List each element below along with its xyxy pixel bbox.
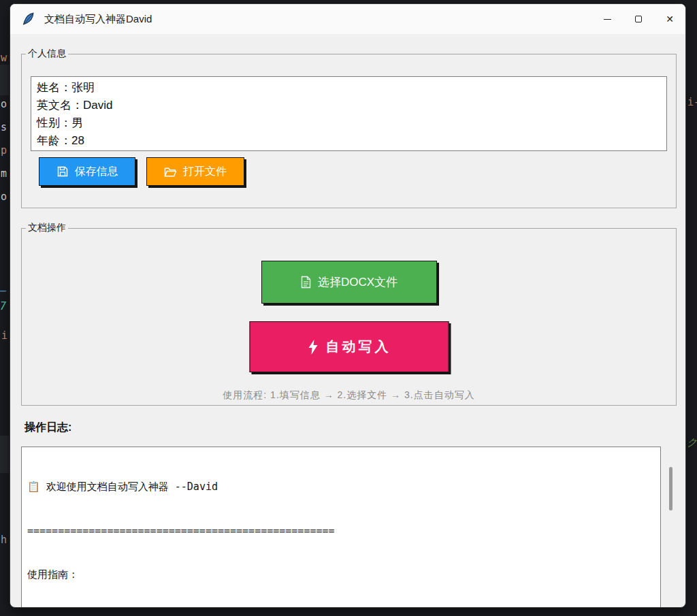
editor-code-fragment: i- xyxy=(687,97,697,108)
editor-code-fragment: o xyxy=(1,99,7,110)
info-line: 姓名：张明 xyxy=(37,79,661,97)
log-label: 操作日志: xyxy=(25,421,71,435)
open-file-label: 打开文件 xyxy=(183,165,227,179)
save-info-button[interactable]: 保存信息 xyxy=(39,157,135,186)
tk-feather-icon xyxy=(21,12,36,27)
save-info-label: 保存信息 xyxy=(75,165,118,179)
maximize-button[interactable] xyxy=(623,4,654,34)
floppy-disk-icon xyxy=(56,165,69,178)
log-line: 📋 欢迎使用文档自动写入神器 --David xyxy=(27,480,655,495)
folder-open-icon xyxy=(164,166,177,178)
auto-write-button[interactable]: 自动写入 xyxy=(249,321,449,372)
info-line: 英文名：David xyxy=(37,97,661,114)
editor-selection-block xyxy=(0,436,9,473)
personal-info-legend: 个人信息 xyxy=(26,48,68,60)
usage-hint: 使用流程: 1.填写信息 → 2.选择文件 → 3.点击自动写入 xyxy=(22,389,676,402)
info-line: 性别：男 xyxy=(37,114,661,132)
lightning-icon xyxy=(307,339,320,355)
maximize-icon xyxy=(635,16,642,22)
titlebar: 文档自动写入神器David ✕ xyxy=(10,4,685,34)
personal-info-textarea[interactable]: 姓名：张明 英文名：David 性别：男 年龄：28 xyxy=(31,76,667,151)
personal-info-groupbox: 个人信息 姓名：张明 英文名：David 性别：男 年龄：28 保存信息 打开文… xyxy=(21,48,677,208)
select-docx-button[interactable]: 选择DOCX文件 xyxy=(261,261,437,304)
editor-code-fragment: — xyxy=(0,286,6,296)
editor-code-fragment: m xyxy=(1,169,7,179)
close-icon: ✕ xyxy=(666,14,674,24)
editor-code-fragment: o xyxy=(1,192,7,202)
open-file-button[interactable]: 打开文件 xyxy=(146,157,244,186)
close-button[interactable]: ✕ xyxy=(654,4,685,34)
minimize-button[interactable] xyxy=(591,4,623,34)
log-textarea[interactable]: 📋 欢迎使用文档自动写入神器 --David =================… xyxy=(21,447,661,608)
log-line: 使用指南： xyxy=(27,568,655,583)
editor-selection-block xyxy=(0,65,9,95)
editor-code-fragment: i xyxy=(1,331,7,341)
editor-code-fragment: ク/ xyxy=(687,438,697,448)
document-ops-legend: 文档操作 xyxy=(26,222,68,234)
log-scrollbar-thumb[interactable] xyxy=(669,467,672,510)
editor-code-fragment: p xyxy=(1,146,7,156)
document-icon xyxy=(300,276,312,289)
minimize-icon xyxy=(604,19,611,20)
window-title: 文档自动写入神器David xyxy=(44,13,152,26)
editor-code-fragment: h xyxy=(1,535,7,545)
app-window: 文档自动写入神器David ✕ 个人信息 姓名：张明 英文名：David 性别：… xyxy=(10,3,686,608)
editor-code-fragment: w xyxy=(1,53,7,63)
info-line: 年龄：28 xyxy=(37,132,661,150)
document-ops-groupbox: 文档操作 选择DOCX文件 自动写入 使用流程: 1.填写信息 → 2.选择文件… xyxy=(21,222,677,406)
auto-write-label: 自动写入 xyxy=(326,338,391,356)
editor-code-fragment: s xyxy=(1,123,7,133)
select-docx-label: 选择DOCX文件 xyxy=(318,274,398,290)
editor-code-fragment: 7 xyxy=(0,302,6,312)
log-line: ========================================… xyxy=(27,524,655,539)
